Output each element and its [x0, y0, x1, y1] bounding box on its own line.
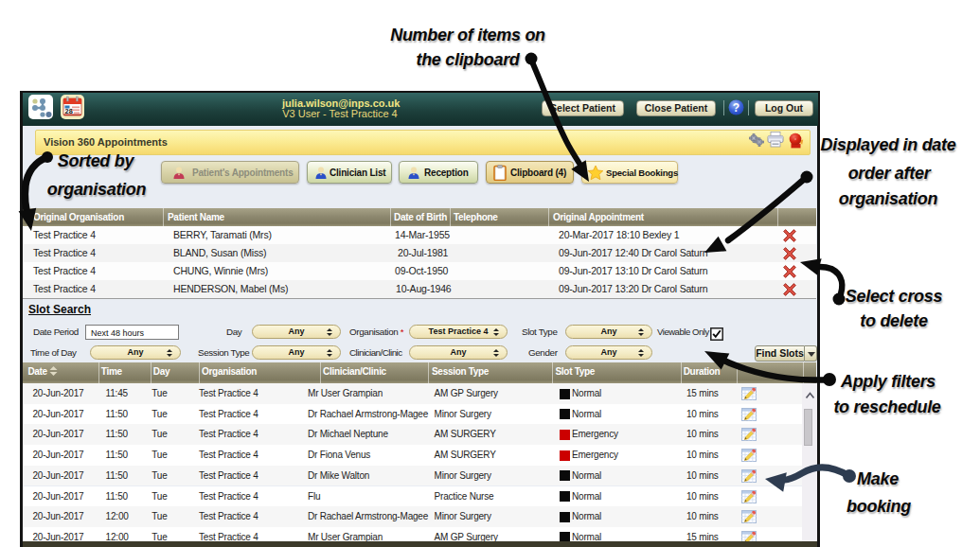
svg-text:28: 28	[65, 107, 73, 115]
svg-text:?: ?	[733, 101, 739, 115]
